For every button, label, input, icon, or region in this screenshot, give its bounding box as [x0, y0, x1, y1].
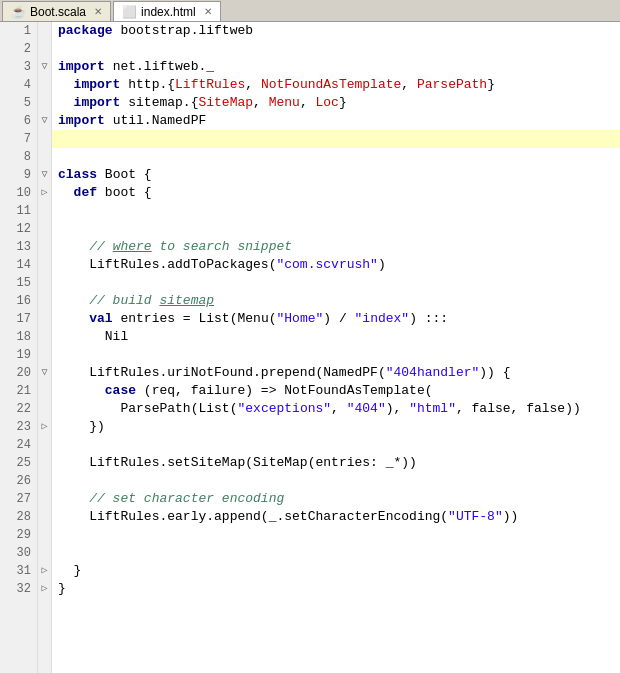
code-line-3: import net.liftweb._: [52, 58, 620, 76]
tab-index-html-close[interactable]: ✕: [204, 6, 212, 17]
code-line-10: def boot {: [52, 184, 620, 202]
code-line-4: import http.{LiftRules, NotFoundAsTempla…: [52, 76, 620, 94]
code-line-15: [52, 274, 620, 292]
code-line-26: [52, 472, 620, 490]
code-line-23: }): [52, 418, 620, 436]
tab-bar: ☕ Boot.scala ✕ ⬜ index.html ✕: [0, 0, 620, 22]
tab-boot-scala-label: Boot.scala: [30, 5, 86, 19]
code-line-9: class Boot {: [52, 166, 620, 184]
code-line-30: [52, 544, 620, 562]
tab-index-html-label: index.html: [141, 5, 196, 19]
code-line-11: [52, 202, 620, 220]
code-line-28: LiftRules.early.append(_.setCharacterEnc…: [52, 508, 620, 526]
code-line-19: [52, 346, 620, 364]
code-line-8: [52, 148, 620, 166]
code-line-5: import sitemap.{SiteMap, Menu, Loc}: [52, 94, 620, 112]
index-html-icon: ⬜: [122, 5, 137, 19]
code-line-7: [52, 130, 620, 148]
code-line-2: [52, 40, 620, 58]
code-line-27: // set character encoding: [52, 490, 620, 508]
tab-boot-scala[interactable]: ☕ Boot.scala ✕: [2, 1, 111, 21]
code-line-20: LiftRules.uriNotFound.prepend(NamedPF("4…: [52, 364, 620, 382]
code-content: package bootstrap.liftweb import net.lif…: [52, 22, 620, 673]
code-line-1: package bootstrap.liftweb: [52, 22, 620, 40]
code-line-22: ParsePath(List("exceptions", "404"), "ht…: [52, 400, 620, 418]
code-line-17: val entries = List(Menu("Home") / "index…: [52, 310, 620, 328]
code-line-32: }: [52, 580, 620, 598]
code-line-29: [52, 526, 620, 544]
code-line-25: LiftRules.setSiteMap(SiteMap(entries: _*…: [52, 454, 620, 472]
fold-gutter: ▽ ▽ ▽ ▷ ▽ ▷ ▷ ▷: [38, 22, 52, 673]
code-line-18: Nil: [52, 328, 620, 346]
code-line-6: import util.NamedPF: [52, 112, 620, 130]
line-numbers: 1 2 3 4 5 6 7 8 9 10 11 12 13 14 15 16 1…: [0, 22, 38, 673]
code-line-16: // build sitemap: [52, 292, 620, 310]
code-line-31: }: [52, 562, 620, 580]
code-line-21: case (req, failure) => NotFoundAsTemplat…: [52, 382, 620, 400]
code-line-14: LiftRules.addToPackages("com.scvrush"): [52, 256, 620, 274]
code-editor: 1 2 3 4 5 6 7 8 9 10 11 12 13 14 15 16 1…: [0, 22, 620, 673]
boot-scala-icon: ☕: [11, 5, 26, 19]
tab-boot-scala-close[interactable]: ✕: [94, 6, 102, 17]
code-line-12: [52, 220, 620, 238]
tab-index-html[interactable]: ⬜ index.html ✕: [113, 1, 221, 21]
code-line-24: [52, 436, 620, 454]
code-line-13: // where to search snippet: [52, 238, 620, 256]
